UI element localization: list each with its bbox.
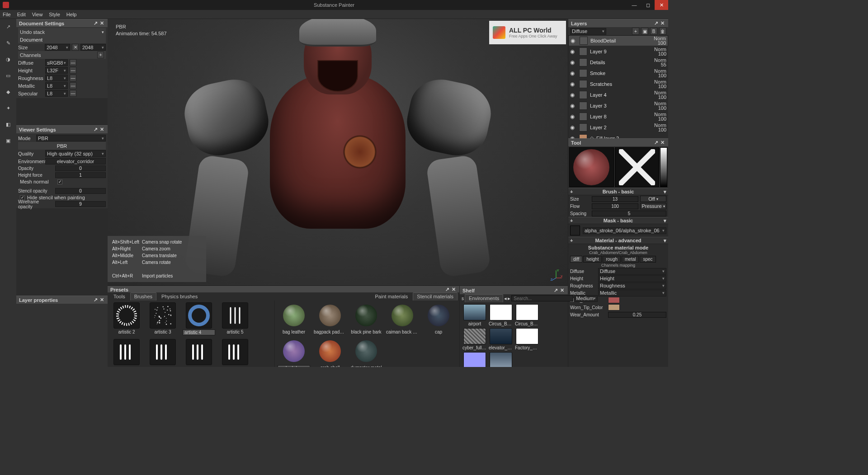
layer-properties-title[interactable]: Layer properties ↗ ✕ bbox=[16, 296, 108, 304]
material-thumb[interactable]: black pine bark bbox=[350, 302, 382, 334]
environment-thumb[interactable]: elevator_c... bbox=[489, 328, 513, 350]
add-folder-button[interactable]: ▣ bbox=[641, 28, 648, 35]
layer-row[interactable]: ◉ Layer 4 Norm100 bbox=[568, 89, 668, 100]
add-channel-button[interactable]: + bbox=[97, 52, 104, 58]
brush-thumb[interactable]: artistic 5 bbox=[219, 302, 251, 335]
minimize-button[interactable]: — bbox=[627, 0, 641, 10]
channel-tab[interactable]: rough bbox=[603, 256, 621, 263]
brush-thumb[interactable] bbox=[110, 339, 143, 366]
shelf-size-select[interactable]: Medium▾ bbox=[574, 295, 598, 302]
map-select[interactable]: Roughness▾ bbox=[598, 282, 666, 289]
next-icon[interactable]: ▸ bbox=[508, 296, 510, 301]
opacity-slider[interactable]: 0 bbox=[55, 165, 106, 171]
menu-file[interactable]: File bbox=[3, 12, 11, 17]
heightforce-slider[interactable]: 1 bbox=[55, 172, 106, 178]
close-icon[interactable]: ✕ bbox=[99, 127, 105, 132]
environment-thumb[interactable]: Factory_C... bbox=[515, 328, 539, 350]
material-thumb[interactable]: bag leather bbox=[278, 302, 310, 334]
close-button[interactable]: ✕ bbox=[655, 0, 668, 10]
shelf-title[interactable]: Shelf ↗ ✕ bbox=[460, 286, 568, 294]
material-thumb[interactable]: cap bbox=[422, 302, 455, 334]
layer-row[interactable]: ◉ BloodDetail Norm100 bbox=[568, 35, 668, 46]
remove-channel-button[interactable]: — bbox=[70, 82, 76, 89]
layer-row[interactable]: ◉ ◇ Fill layer 2 bbox=[568, 133, 668, 138]
polyfill-tool-icon[interactable]: ◆ bbox=[3, 87, 13, 97]
visibility-icon[interactable]: ◉ bbox=[570, 124, 576, 131]
visibility-icon[interactable]: ◉ bbox=[570, 92, 576, 98]
visibility-icon[interactable]: ◉ bbox=[571, 38, 577, 44]
undock-icon[interactable]: ↗ bbox=[92, 20, 99, 26]
map-select[interactable]: Diffuse▾ bbox=[598, 268, 666, 275]
close-icon[interactable]: ✕ bbox=[450, 287, 457, 292]
size-select[interactable]: 2048▾ bbox=[45, 44, 70, 51]
undock-icon[interactable]: ↗ bbox=[653, 140, 659, 146]
close-icon[interactable]: ✕ bbox=[659, 20, 665, 26]
mask-path-select[interactable]: alpha_stroke_06/alpha_stroke_06▾ bbox=[583, 227, 666, 234]
brush-spacing-slider[interactable]: 5 bbox=[592, 211, 666, 216]
delete-layer-button[interactable]: 🗑 bbox=[659, 28, 666, 35]
worn-tip-swatch[interactable] bbox=[608, 304, 620, 310]
layer-row[interactable]: ◉ Scratches Norm100 bbox=[568, 79, 668, 89]
mask-thumbnail[interactable] bbox=[570, 226, 580, 235]
material-thumb[interactable]: crab abdomen bbox=[278, 338, 310, 367]
meshnormal-checkbox[interactable]: ✓ bbox=[57, 179, 62, 184]
layers-channel-select[interactable]: Diffuse▾ bbox=[570, 28, 606, 35]
preset-right-tab[interactable]: Stencil materials bbox=[413, 292, 458, 301]
channel-tab[interactable]: metal bbox=[622, 256, 639, 263]
brush-flow-mode[interactable]: Pressure▾ bbox=[640, 203, 666, 209]
channel-tab[interactable]: diff bbox=[570, 256, 582, 263]
material-thumb[interactable]: bagpack padding bbox=[314, 302, 346, 334]
prev-icon[interactable]: ◂ bbox=[504, 296, 507, 301]
layer-row[interactable]: ◉ Details Norm55 bbox=[568, 57, 668, 68]
viewer-mode-select[interactable]: PBR▾ bbox=[36, 135, 106, 141]
environment-thumb[interactable]: airport bbox=[462, 304, 487, 326]
layer-name[interactable]: Layer 4 bbox=[590, 92, 651, 98]
channel-format-select[interactable]: L32F▾ bbox=[45, 67, 68, 74]
layer-row[interactable]: ◉ Layer 8 Norm100 bbox=[568, 111, 668, 122]
add-layer-button[interactable]: + bbox=[632, 28, 639, 35]
menu-edit[interactable]: Edit bbox=[17, 12, 26, 17]
environment-thumb[interactable]: cyber_full_... bbox=[462, 328, 487, 350]
layers-title[interactable]: Layers ↗ ✕ bbox=[568, 19, 668, 27]
size-b-select[interactable]: 2048▾ bbox=[80, 44, 106, 51]
wireframe-opacity-slider[interactable]: 9 bbox=[55, 201, 106, 207]
camera-tool-icon[interactable]: ▣ bbox=[3, 136, 13, 146]
layer-name[interactable]: Layer 3 bbox=[590, 103, 651, 108]
environment-thumb[interactable]: Circus_Bac... bbox=[489, 304, 513, 326]
presets-title[interactable]: Presets ↗ ✕ bbox=[108, 286, 459, 292]
doc-settings-title[interactable]: Document Settings ↗ ✕ bbox=[16, 19, 108, 27]
brush-tool-icon[interactable]: ✎ bbox=[3, 38, 13, 48]
layer-name[interactable]: Layer 2 bbox=[590, 125, 651, 130]
layer-name[interactable]: Layer 8 bbox=[590, 114, 651, 119]
close-icon[interactable]: ✕ bbox=[659, 140, 665, 146]
channel-tab[interactable]: spec bbox=[640, 256, 656, 263]
undock-icon[interactable]: ↗ bbox=[92, 297, 99, 303]
preset-right-tab[interactable]: Paint materials bbox=[371, 292, 412, 301]
environment-select[interactable]: elevator_corridor bbox=[45, 158, 106, 165]
brush-size-slider[interactable]: 13 bbox=[592, 196, 638, 202]
channel-format-select[interactable]: sRGB8▾ bbox=[45, 59, 68, 66]
eraser-tool-icon[interactable]: ◑ bbox=[3, 54, 13, 64]
menu-view[interactable]: View bbox=[32, 12, 43, 17]
viewport-3d[interactable]: PBR Animation time: 54.587 ALL PC World … bbox=[108, 19, 568, 286]
quality-select[interactable]: High quality (32 spp)▾ bbox=[45, 150, 106, 157]
channel-format-select[interactable]: L8▾ bbox=[45, 82, 68, 89]
material-section-header[interactable]: +Material - advanced▾ bbox=[568, 237, 668, 244]
layer-row[interactable]: ◉ Layer 9 Norm100 bbox=[568, 46, 668, 57]
remove-channel-button[interactable]: — bbox=[70, 75, 76, 81]
brush-thumb[interactable]: artistic 4 bbox=[183, 302, 215, 335]
projection-tool-icon[interactable]: ▭ bbox=[3, 71, 13, 80]
close-icon[interactable]: ✕ bbox=[99, 20, 105, 26]
visibility-icon[interactable]: ◉ bbox=[570, 113, 576, 120]
channel-format-select[interactable]: L8▾ bbox=[45, 90, 68, 97]
brush-size-mode[interactable]: Off▾ bbox=[640, 196, 666, 202]
brush-thumb[interactable] bbox=[146, 339, 179, 366]
layer-name[interactable]: Scratches bbox=[590, 81, 651, 87]
remove-channel-button[interactable]: — bbox=[70, 67, 76, 74]
size-lock-button[interactable]: ✕ bbox=[72, 44, 79, 51]
tool-title[interactable]: Tool ↗ ✕ bbox=[568, 138, 668, 146]
visibility-icon[interactable]: ◉ bbox=[570, 59, 576, 66]
close-icon[interactable]: ✕ bbox=[559, 287, 565, 293]
layer-row[interactable]: ◉ Smoke Norm100 bbox=[568, 68, 668, 79]
material-thumb[interactable]: dumpster metal bbox=[350, 338, 382, 367]
